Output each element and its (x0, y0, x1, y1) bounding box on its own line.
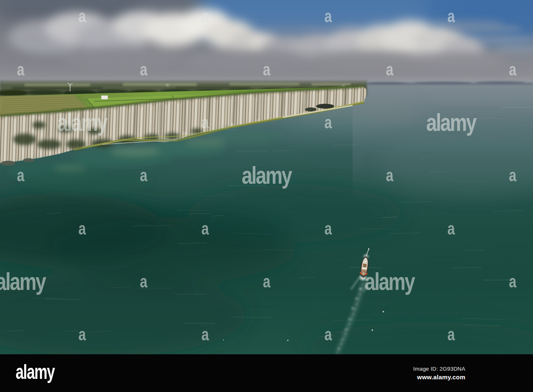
image-id-text: Image ID: 2G93DNA (413, 366, 465, 372)
stock-photo-page: alamyalamyalamyalamyalamyaaaaaaaaaaaaaaa… (0, 0, 533, 392)
footer-bar: alamy Image ID: 2G93DNA www.alamy.com (0, 354, 533, 392)
alamy-url-text: www.alamy.com (413, 374, 465, 381)
alamy-logo: alamy (16, 362, 55, 382)
aerial-coast-photo (0, 0, 533, 354)
footer-credit: Image ID: 2G93DNA www.alamy.com (413, 366, 465, 381)
white-farm-building (101, 96, 108, 99)
